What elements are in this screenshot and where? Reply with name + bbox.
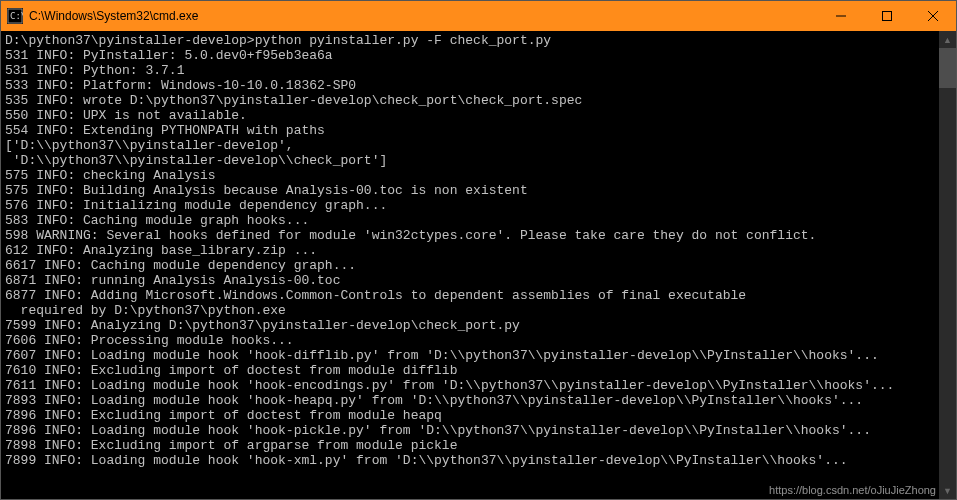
minimize-button[interactable] xyxy=(818,1,864,31)
close-button[interactable] xyxy=(910,1,956,31)
terminal-line: 6871 INFO: running Analysis Analysis-00.… xyxy=(5,273,935,288)
window-controls xyxy=(818,1,956,31)
terminal-line: 6617 INFO: Caching module dependency gra… xyxy=(5,258,935,273)
vertical-scrollbar[interactable]: ▲ ▼ xyxy=(939,31,956,499)
terminal-line: 535 INFO: wrote D:\python37\pyinstaller-… xyxy=(5,93,935,108)
scroll-thumb[interactable] xyxy=(939,48,956,88)
terminal-line: 554 INFO: Extending PYTHONPATH with path… xyxy=(5,123,935,138)
maximize-button[interactable] xyxy=(864,1,910,31)
terminal-line: 7611 INFO: Loading module hook 'hook-enc… xyxy=(5,378,935,393)
watermark-text: https://blog.csdn.net/oJiuJieZhong xyxy=(769,484,936,496)
terminal-line: 575 INFO: Building Analysis because Anal… xyxy=(5,183,935,198)
titlebar[interactable]: C:\ C:\Windows\System32\cmd.exe xyxy=(1,1,956,31)
terminal-line: 612 INFO: Analyzing base_library.zip ... xyxy=(5,243,935,258)
terminal-line: 576 INFO: Initializing module dependency… xyxy=(5,198,935,213)
terminal-line: 7896 INFO: Excluding import of doctest f… xyxy=(5,408,935,423)
terminal-line: 583 INFO: Caching module graph hooks... xyxy=(5,213,935,228)
terminal-line: 598 WARNING: Several hooks defined for m… xyxy=(5,228,935,243)
terminal-line: 7899 INFO: Loading module hook 'hook-xml… xyxy=(5,453,935,468)
terminal-output[interactable]: D:\python37\pyinstaller-develop>python p… xyxy=(1,31,939,499)
terminal-line: required by D:\python37\python.exe xyxy=(5,303,935,318)
cmd-icon: C:\ xyxy=(7,8,23,24)
terminal-line: 533 INFO: Platform: Windows-10-10.0.1836… xyxy=(5,78,935,93)
terminal-line: 7896 INFO: Loading module hook 'hook-pic… xyxy=(5,423,935,438)
terminal-line: 531 INFO: Python: 3.7.1 xyxy=(5,63,935,78)
window-title: C:\Windows\System32\cmd.exe xyxy=(29,9,818,23)
cmd-window: C:\ C:\Windows\System32\cmd.exe D:\pytho… xyxy=(0,0,957,500)
terminal-line: 7607 INFO: Loading module hook 'hook-dif… xyxy=(5,348,935,363)
scroll-up-arrow[interactable]: ▲ xyxy=(939,31,956,48)
terminal-line: 'D:\\python37\\pyinstaller-develop\\chec… xyxy=(5,153,935,168)
terminal-line: 7610 INFO: Excluding import of doctest f… xyxy=(5,363,935,378)
terminal-line: ['D:\\python37\\pyinstaller-develop', xyxy=(5,138,935,153)
terminal-line: 7599 INFO: Analyzing D:\python37\pyinsta… xyxy=(5,318,935,333)
terminal-line: 7606 INFO: Processing module hooks... xyxy=(5,333,935,348)
terminal-line: D:\python37\pyinstaller-develop>python p… xyxy=(5,33,935,48)
scroll-down-arrow[interactable]: ▼ xyxy=(939,482,956,499)
terminal-line: 6877 INFO: Adding Microsoft.Windows.Comm… xyxy=(5,288,935,303)
terminal-line: 531 INFO: PyInstaller: 5.0.dev0+f95eb3ea… xyxy=(5,48,935,63)
terminal-line: 7893 INFO: Loading module hook 'hook-hea… xyxy=(5,393,935,408)
terminal-area: D:\python37\pyinstaller-develop>python p… xyxy=(1,31,956,499)
svg-text:C:\: C:\ xyxy=(10,11,23,21)
terminal-line: 550 INFO: UPX is not available. xyxy=(5,108,935,123)
svg-rect-4 xyxy=(883,12,892,21)
terminal-line: 7898 INFO: Excluding import of argparse … xyxy=(5,438,935,453)
terminal-line: 575 INFO: checking Analysis xyxy=(5,168,935,183)
